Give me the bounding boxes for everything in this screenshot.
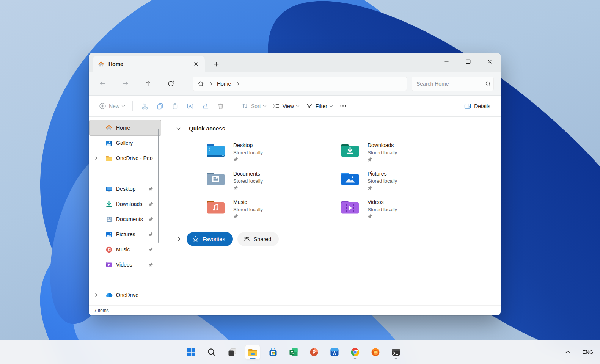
sidebar-item-downloads[interactable]: Downloads: [90, 196, 161, 212]
new-tab-button[interactable]: [211, 59, 221, 69]
details-pane-button[interactable]: Details: [460, 99, 494, 113]
tile-name: Videos: [368, 199, 397, 205]
gallery-icon: [105, 140, 113, 147]
minimize-button[interactable]: [438, 53, 455, 70]
pictures-folder-icon: [341, 171, 359, 186]
filter-icon: [306, 102, 313, 110]
language-indicator[interactable]: ENG: [583, 349, 593, 355]
folder-tile-documents[interactable]: Documents Stored locally: [207, 171, 341, 194]
copy-button[interactable]: [152, 99, 168, 114]
more-options-button[interactable]: [336, 99, 351, 114]
sidebar-item-gallery[interactable]: Gallery: [90, 135, 161, 151]
title-bar[interactable]: Home: [89, 53, 501, 72]
pin-icon[interactable]: [148, 217, 153, 222]
paste-button[interactable]: [168, 99, 183, 114]
pin-icon[interactable]: [148, 187, 153, 191]
back-button[interactable]: [95, 76, 110, 91]
sidebar-item-home[interactable]: Home: [90, 120, 161, 135]
sidebar-item-onedrive-personal[interactable]: OneDrive - Perso: [90, 151, 161, 166]
chrome-button[interactable]: [347, 345, 363, 360]
close-button[interactable]: [481, 53, 498, 70]
file-explorer-icon: [248, 347, 258, 357]
up-button[interactable]: [140, 76, 155, 91]
search-box[interactable]: [412, 77, 494, 91]
chevron-down-icon: [263, 104, 266, 107]
folder-tile-desktop[interactable]: Desktop Stored locally: [207, 142, 341, 166]
view-icon: [273, 102, 280, 110]
pin-icon[interactable]: [148, 202, 153, 207]
sidebar-item-onedrive[interactable]: OneDrive: [90, 287, 161, 303]
sidebar-item-pictures[interactable]: Pictures: [90, 227, 161, 242]
svg-text:W: W: [333, 350, 337, 355]
sidebar-scrollbar[interactable]: [158, 129, 159, 243]
breadcrumb-item-home[interactable]: Home: [217, 81, 231, 87]
folder-tile-videos[interactable]: Videos Stored locally: [341, 199, 475, 223]
chevron-right-icon[interactable]: [209, 82, 212, 85]
chevron-down-icon[interactable]: [177, 126, 181, 130]
tile-status: Stored locally: [233, 150, 263, 155]
share-button[interactable]: [198, 99, 213, 114]
tab-home[interactable]: Home: [93, 56, 205, 72]
favorites-section-row: Favorites Shared: [162, 232, 501, 246]
pin-icon[interactable]: [148, 247, 153, 252]
folder-tile-pictures[interactable]: Pictures Stored locally: [341, 171, 475, 194]
powerpoint-icon: P: [309, 347, 319, 357]
refresh-button[interactable]: [163, 76, 178, 91]
status-bar: 7 items: [89, 305, 501, 315]
taskbar: P W ENG: [0, 340, 600, 364]
firefox-button[interactable]: [368, 345, 383, 360]
videos-folder-icon: [341, 199, 359, 214]
forward-button[interactable]: [118, 76, 133, 91]
rename-button[interactable]: [183, 99, 198, 114]
file-explorer-button[interactable]: [245, 345, 260, 360]
delete-button[interactable]: [213, 99, 228, 114]
more-icon: [339, 102, 347, 110]
folder-tile-music[interactable]: Music Stored locally: [207, 199, 341, 223]
details-pane-icon: [464, 102, 471, 110]
copy-icon: [156, 102, 164, 110]
search-input[interactable]: [416, 81, 485, 87]
maximize-button[interactable]: [459, 53, 477, 70]
tab-close-icon[interactable]: [191, 59, 201, 69]
delete-icon: [217, 102, 225, 110]
cut-button[interactable]: [137, 99, 152, 114]
home-icon[interactable]: [198, 80, 204, 87]
quick-access-header[interactable]: Quick access: [162, 125, 501, 132]
favorites-pill[interactable]: Favorites: [187, 232, 233, 246]
tile-status: Stored locally: [233, 207, 263, 212]
sidebar-item-desktop[interactable]: Desktop: [90, 181, 161, 196]
word-icon: W: [330, 347, 339, 357]
pictures-icon: [105, 231, 113, 238]
chevron-right-icon[interactable]: [236, 82, 239, 85]
terminal-icon: [391, 347, 401, 357]
music-folder-icon: [207, 199, 225, 214]
powerpoint-button[interactable]: P: [306, 345, 322, 360]
pin-icon[interactable]: [148, 262, 153, 267]
sidebar-item-documents[interactable]: Documents: [90, 212, 161, 227]
chevron-up-icon[interactable]: [565, 350, 570, 354]
folder-tile-downloads[interactable]: Downloads Stored locally: [341, 142, 475, 166]
people-icon: [243, 236, 250, 243]
pin-icon: [368, 214, 397, 219]
pin-icon[interactable]: [148, 232, 153, 237]
start-button[interactable]: [184, 345, 199, 360]
chevron-right-icon: [94, 157, 97, 160]
sort-button[interactable]: Sort: [238, 99, 269, 113]
terminal-button[interactable]: [388, 345, 404, 360]
shared-pill[interactable]: Shared: [237, 232, 279, 246]
quick-access-grid: Desktop Stored locally Downloads Stored …: [207, 142, 501, 223]
taskbar-search-button[interactable]: [204, 345, 219, 360]
task-view-button[interactable]: [225, 345, 240, 360]
breadcrumb[interactable]: Home: [193, 77, 407, 91]
desktop-screen: { "window": { "title_tab": {"label": "Ho…: [0, 0, 600, 364]
sidebar-item-music[interactable]: Music: [90, 242, 161, 257]
documents-icon: [105, 216, 113, 223]
sidebar-item-videos[interactable]: Videos: [90, 257, 161, 272]
new-button[interactable]: New: [96, 99, 128, 113]
store-button[interactable]: [265, 345, 281, 360]
excel-button[interactable]: [286, 345, 301, 360]
chevron-right-icon[interactable]: [177, 237, 181, 241]
word-button[interactable]: W: [327, 345, 342, 360]
view-button[interactable]: View: [269, 99, 302, 113]
filter-button[interactable]: Filter: [302, 99, 336, 113]
